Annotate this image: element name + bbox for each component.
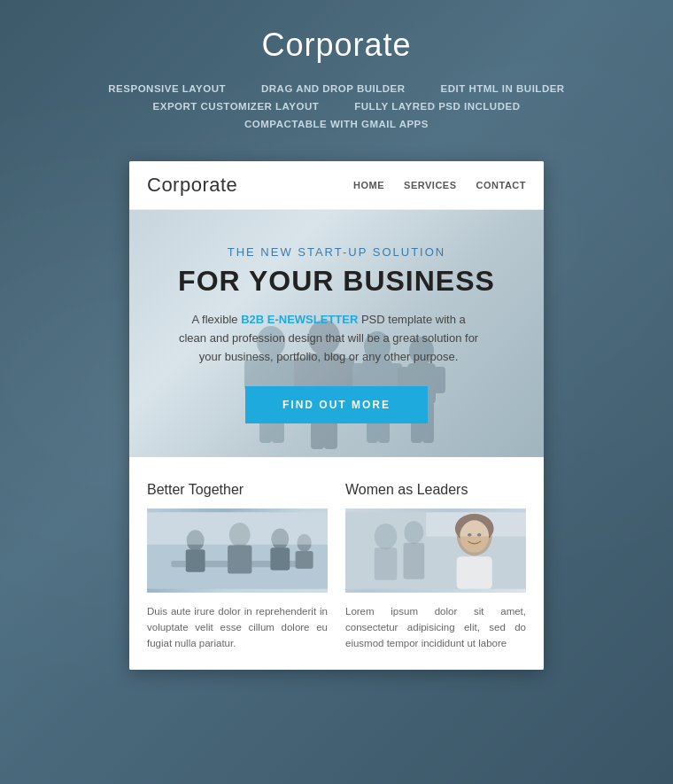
svg-rect-27: [186, 549, 205, 572]
article-1-text: Duis aute irure dolor in reprehenderit i…: [147, 603, 328, 652]
features-list: RESPONSIVE LAYOUT DRAG AND DROP BUILDER …: [108, 83, 564, 136]
email-body: Better Together: [129, 457, 544, 670]
features-row-1: RESPONSIVE LAYOUT DRAG AND DROP BUILDER …: [108, 83, 564, 94]
article-2-photo-icon: [345, 508, 526, 593]
svg-rect-39: [404, 542, 425, 578]
article-1-title: Better Together: [147, 482, 328, 498]
feature-responsive-layout: RESPONSIVE LAYOUT: [108, 83, 226, 94]
nav-home[interactable]: HOME: [353, 180, 384, 190]
svg-rect-31: [270, 547, 290, 571]
feature-layered-psd: FULLY LAYRED PSD INCLUDED: [354, 101, 520, 112]
hero-description: A flexible B2B E-NEWSLETTER PSD template…: [178, 311, 479, 366]
email-header: Corporate HOME SERVICES CONTACT: [129, 161, 544, 210]
features-row-2: EXPORT CUSTOMIZER LAYOUT FULLY LAYRED PS…: [108, 101, 564, 112]
feature-gmail-apps: COMPACTABLE WITH GMAIL APPS: [244, 119, 429, 129]
content-wrapper: Corporate RESPONSIVE LAYOUT DRAG AND DRO…: [0, 0, 673, 670]
svg-point-38: [404, 521, 423, 544]
article-2-text: Lorem ipsum dolor sit amet, consectetur …: [345, 603, 526, 652]
svg-rect-34: [147, 512, 328, 544]
nav-contact[interactable]: CONTACT: [476, 180, 526, 190]
email-nav: HOME SERVICES CONTACT: [353, 180, 526, 190]
svg-point-36: [375, 524, 398, 549]
article-2-title: Women as Leaders: [345, 482, 526, 498]
hero-content: THE NEW START-UP SOLUTION FOR YOUR BUSIN…: [178, 245, 495, 423]
article-1-photo-icon: [147, 508, 328, 593]
svg-rect-37: [375, 547, 398, 579]
feature-drag-drop: DRAG AND DROP BUILDER: [261, 83, 406, 94]
email-hero: THE NEW START-UP SOLUTION FOR YOUR BUSIN…: [129, 210, 544, 457]
feature-edit-html: EDIT HTML IN BUILDER: [441, 83, 565, 94]
svg-rect-29: [228, 545, 251, 573]
page-title: Corporate: [261, 27, 411, 64]
email-logo: Corporate: [147, 174, 237, 197]
hero-title: FOR YOUR BUSINESS: [178, 266, 495, 297]
feature-export-customizer: EXPORT CUSTOMIZER LAYOUT: [153, 101, 320, 112]
article-1: Better Together: [147, 482, 328, 652]
svg-rect-33: [296, 551, 313, 569]
hero-highlight: B2B E-NEWSLETTER: [241, 313, 358, 326]
cta-button[interactable]: FIND OUT MORE: [245, 386, 428, 423]
svg-rect-45: [457, 556, 492, 588]
article-2-image: [345, 508, 526, 593]
article-1-image: [147, 508, 328, 593]
svg-rect-46: [426, 512, 526, 536]
email-preview: Corporate HOME SERVICES CONTACT: [129, 161, 544, 670]
features-row-3: COMPACTABLE WITH GMAIL APPS: [108, 119, 564, 129]
hero-desc-before: A flexible: [191, 313, 241, 326]
article-2: Women as Leaders: [345, 482, 526, 652]
nav-services[interactable]: SERVICES: [404, 180, 456, 190]
hero-subtitle: THE NEW START-UP SOLUTION: [178, 245, 495, 259]
articles-row: Better Together: [147, 482, 526, 652]
